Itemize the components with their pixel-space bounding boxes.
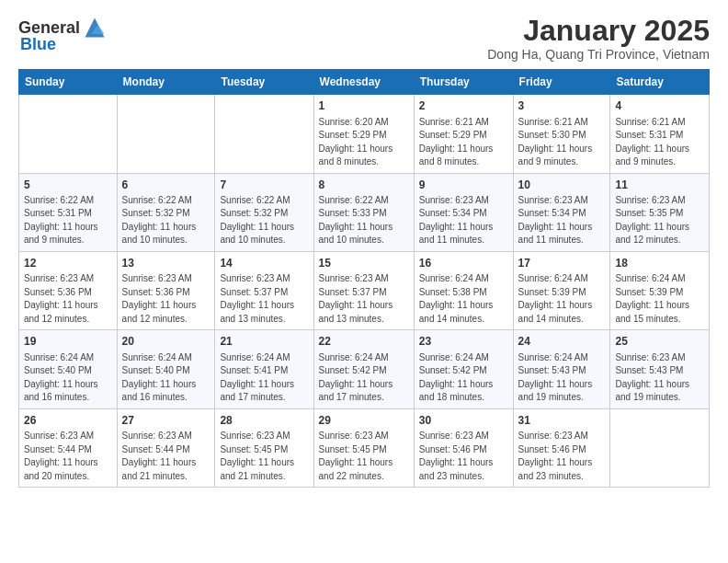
day-info: Sunrise: 6:24 AM Sunset: 5:39 PM Dayligh… bbox=[615, 272, 704, 326]
day-number: 31 bbox=[518, 413, 606, 429]
day-number: 28 bbox=[220, 413, 308, 429]
weekday-header-thursday: Thursday bbox=[414, 70, 513, 95]
day-number: 7 bbox=[220, 178, 308, 193]
calendar-cell: 26Sunrise: 6:23 AM Sunset: 5:44 PM Dayli… bbox=[19, 408, 118, 487]
calendar-cell: 13Sunrise: 6:23 AM Sunset: 5:36 PM Dayli… bbox=[117, 251, 215, 329]
day-number: 5 bbox=[24, 178, 112, 193]
day-info: Sunrise: 6:23 AM Sunset: 5:45 PM Dayligh… bbox=[319, 430, 409, 483]
week-row-1: 1Sunrise: 6:20 AM Sunset: 5:29 PM Daylig… bbox=[19, 95, 710, 173]
day-info: Sunrise: 6:24 AM Sunset: 5:40 PM Dayligh… bbox=[122, 351, 210, 405]
day-number: 13 bbox=[122, 256, 210, 271]
day-info: Sunrise: 6:24 AM Sunset: 5:41 PM Dayligh… bbox=[220, 351, 308, 405]
day-info: Sunrise: 6:21 AM Sunset: 5:29 PM Dayligh… bbox=[419, 116, 508, 169]
calendar-cell: 24Sunrise: 6:24 AM Sunset: 5:43 PM Dayli… bbox=[513, 330, 610, 408]
weekday-header-sunday: Sunday bbox=[19, 70, 118, 95]
day-info: Sunrise: 6:24 AM Sunset: 5:43 PM Dayligh… bbox=[518, 351, 606, 405]
calendar-cell bbox=[215, 95, 313, 173]
week-row-3: 12Sunrise: 6:23 AM Sunset: 5:36 PM Dayli… bbox=[19, 251, 710, 329]
day-number: 25 bbox=[615, 334, 704, 350]
title-block: January 2025 Dong Ha, Quang Tri Province… bbox=[487, 15, 710, 62]
calendar-cell: 4Sunrise: 6:21 AM Sunset: 5:31 PM Daylig… bbox=[610, 95, 710, 173]
calendar-cell: 5Sunrise: 6:22 AM Sunset: 5:31 PM Daylig… bbox=[19, 173, 118, 251]
day-info: Sunrise: 6:23 AM Sunset: 5:34 PM Dayligh… bbox=[518, 194, 606, 247]
day-info: Sunrise: 6:24 AM Sunset: 5:42 PM Dayligh… bbox=[419, 351, 508, 405]
day-number: 17 bbox=[518, 256, 606, 271]
calendar-cell: 6Sunrise: 6:22 AM Sunset: 5:32 PM Daylig… bbox=[117, 173, 215, 251]
day-number: 4 bbox=[615, 98, 704, 114]
day-info: Sunrise: 6:23 AM Sunset: 5:46 PM Dayligh… bbox=[518, 430, 606, 483]
calendar-cell: 1Sunrise: 6:20 AM Sunset: 5:29 PM Daylig… bbox=[313, 95, 414, 173]
day-info: Sunrise: 6:23 AM Sunset: 5:37 PM Dayligh… bbox=[319, 272, 409, 326]
calendar-cell: 30Sunrise: 6:23 AM Sunset: 5:46 PM Dayli… bbox=[414, 408, 513, 487]
day-info: Sunrise: 6:22 AM Sunset: 5:33 PM Dayligh… bbox=[319, 194, 409, 247]
day-number: 2 bbox=[419, 98, 508, 114]
weekday-header-monday: Monday bbox=[117, 70, 215, 95]
weekday-header-tuesday: Tuesday bbox=[215, 70, 313, 95]
weekday-header-row: SundayMondayTuesdayWednesdayThursdayFrid… bbox=[19, 70, 710, 95]
calendar-cell: 3Sunrise: 6:21 AM Sunset: 5:30 PM Daylig… bbox=[513, 95, 610, 173]
calendar-cell: 17Sunrise: 6:24 AM Sunset: 5:39 PM Dayli… bbox=[513, 251, 610, 329]
day-number: 3 bbox=[518, 98, 606, 114]
location-title: Dong Ha, Quang Tri Province, Vietnam bbox=[487, 47, 710, 62]
day-number: 11 bbox=[615, 178, 704, 193]
day-number: 1 bbox=[319, 98, 409, 114]
day-number: 21 bbox=[220, 334, 308, 350]
day-info: Sunrise: 6:22 AM Sunset: 5:31 PM Dayligh… bbox=[24, 194, 112, 247]
day-number: 14 bbox=[220, 256, 308, 271]
calendar-cell: 23Sunrise: 6:24 AM Sunset: 5:42 PM Dayli… bbox=[414, 330, 513, 408]
calendar-cell bbox=[117, 95, 215, 173]
week-row-2: 5Sunrise: 6:22 AM Sunset: 5:31 PM Daylig… bbox=[19, 173, 710, 251]
calendar-cell: 25Sunrise: 6:23 AM Sunset: 5:43 PM Dayli… bbox=[610, 330, 710, 408]
logo-blue: Blue bbox=[20, 35, 56, 54]
day-number: 24 bbox=[518, 334, 606, 350]
day-info: Sunrise: 6:23 AM Sunset: 5:36 PM Dayligh… bbox=[122, 272, 210, 326]
day-info: Sunrise: 6:24 AM Sunset: 5:40 PM Dayligh… bbox=[24, 351, 112, 405]
day-info: Sunrise: 6:24 AM Sunset: 5:38 PM Dayligh… bbox=[419, 272, 508, 326]
day-info: Sunrise: 6:23 AM Sunset: 5:37 PM Dayligh… bbox=[220, 272, 308, 326]
calendar-cell: 15Sunrise: 6:23 AM Sunset: 5:37 PM Dayli… bbox=[313, 251, 414, 329]
day-number: 29 bbox=[319, 413, 409, 429]
svg-marker-0 bbox=[85, 18, 105, 38]
month-title: January 2025 bbox=[487, 15, 710, 47]
day-info: Sunrise: 6:22 AM Sunset: 5:32 PM Dayligh… bbox=[122, 194, 210, 247]
day-info: Sunrise: 6:23 AM Sunset: 5:46 PM Dayligh… bbox=[419, 430, 508, 483]
day-number: 19 bbox=[24, 334, 112, 350]
day-number: 8 bbox=[319, 178, 409, 193]
calendar-cell bbox=[19, 95, 118, 173]
day-info: Sunrise: 6:23 AM Sunset: 5:35 PM Dayligh… bbox=[615, 194, 704, 247]
day-info: Sunrise: 6:20 AM Sunset: 5:29 PM Dayligh… bbox=[319, 116, 409, 169]
day-info: Sunrise: 6:23 AM Sunset: 5:44 PM Dayligh… bbox=[122, 430, 210, 483]
weekday-header-saturday: Saturday bbox=[610, 70, 710, 95]
logo-icon bbox=[82, 15, 108, 40]
calendar-cell bbox=[610, 408, 710, 487]
calendar-cell: 7Sunrise: 6:22 AM Sunset: 5:32 PM Daylig… bbox=[215, 173, 313, 251]
calendar-cell: 20Sunrise: 6:24 AM Sunset: 5:40 PM Dayli… bbox=[117, 330, 215, 408]
day-info: Sunrise: 6:23 AM Sunset: 5:36 PM Dayligh… bbox=[24, 272, 112, 326]
calendar-cell: 27Sunrise: 6:23 AM Sunset: 5:44 PM Dayli… bbox=[117, 408, 215, 487]
day-number: 15 bbox=[319, 256, 409, 271]
day-info: Sunrise: 6:22 AM Sunset: 5:32 PM Dayligh… bbox=[220, 194, 308, 247]
logo: General Blue bbox=[18, 15, 108, 54]
day-number: 18 bbox=[615, 256, 704, 271]
page-header: General Blue January 2025 Dong Ha, Quang… bbox=[18, 15, 710, 62]
calendar-cell: 31Sunrise: 6:23 AM Sunset: 5:46 PM Dayli… bbox=[513, 408, 610, 487]
day-number: 6 bbox=[122, 178, 210, 193]
calendar-cell: 16Sunrise: 6:24 AM Sunset: 5:38 PM Dayli… bbox=[414, 251, 513, 329]
day-info: Sunrise: 6:23 AM Sunset: 5:34 PM Dayligh… bbox=[419, 194, 508, 247]
day-info: Sunrise: 6:21 AM Sunset: 5:30 PM Dayligh… bbox=[518, 116, 606, 169]
day-number: 26 bbox=[24, 413, 112, 429]
day-number: 22 bbox=[319, 334, 409, 350]
calendar-cell: 29Sunrise: 6:23 AM Sunset: 5:45 PM Dayli… bbox=[313, 408, 414, 487]
day-number: 27 bbox=[122, 413, 210, 429]
day-info: Sunrise: 6:23 AM Sunset: 5:45 PM Dayligh… bbox=[220, 430, 308, 483]
day-number: 20 bbox=[122, 334, 210, 350]
day-number: 10 bbox=[518, 178, 606, 193]
weekday-header-wednesday: Wednesday bbox=[313, 70, 414, 95]
calendar-cell: 14Sunrise: 6:23 AM Sunset: 5:37 PM Dayli… bbox=[215, 251, 313, 329]
week-row-4: 19Sunrise: 6:24 AM Sunset: 5:40 PM Dayli… bbox=[19, 330, 710, 408]
calendar-cell: 12Sunrise: 6:23 AM Sunset: 5:36 PM Dayli… bbox=[19, 251, 118, 329]
day-info: Sunrise: 6:24 AM Sunset: 5:42 PM Dayligh… bbox=[319, 351, 409, 405]
calendar-cell: 9Sunrise: 6:23 AM Sunset: 5:34 PM Daylig… bbox=[414, 173, 513, 251]
calendar-cell: 2Sunrise: 6:21 AM Sunset: 5:29 PM Daylig… bbox=[414, 95, 513, 173]
day-number: 16 bbox=[419, 256, 508, 271]
